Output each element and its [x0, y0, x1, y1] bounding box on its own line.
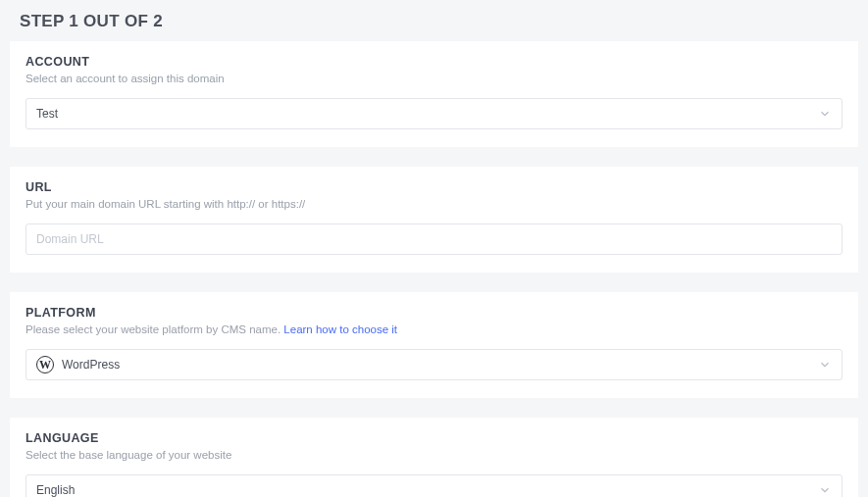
platform-card: PLATFORM Please select your website plat…: [10, 292, 858, 398]
language-select[interactable]: English: [26, 474, 842, 497]
platform-select[interactable]: W WordPress: [26, 349, 842, 380]
chevron-down-icon: [818, 483, 832, 497]
url-label: URL: [26, 180, 842, 194]
url-card: URL Put your main domain URL starting wi…: [10, 167, 858, 273]
platform-hint-text: Please select your website platform by C…: [26, 323, 283, 335]
account-hint: Select an account to assign this domain: [26, 73, 842, 84]
language-hint: Select the base language of your website: [26, 449, 842, 461]
platform-select-value: WordPress: [62, 358, 120, 372]
account-select[interactable]: Test: [26, 98, 842, 129]
language-select-value: English: [36, 483, 818, 497]
url-input[interactable]: [26, 224, 842, 255]
url-hint: Put your main domain URL starting with h…: [26, 198, 842, 210]
platform-hint-link[interactable]: Learn how to choose it: [283, 323, 397, 335]
language-label: LANGUAGE: [26, 431, 842, 445]
account-select-value: Test: [36, 107, 818, 121]
account-card: ACCOUNT Select an account to assign this…: [10, 41, 858, 147]
platform-label: PLATFORM: [26, 306, 842, 320]
platform-hint: Please select your website platform by C…: [26, 323, 842, 335]
chevron-down-icon: [818, 107, 832, 121]
account-label: ACCOUNT: [26, 55, 842, 69]
chevron-down-icon: [818, 358, 832, 372]
page-title: STEP 1 OUT OF 2: [0, 0, 868, 41]
language-card: LANGUAGE Select the base language of you…: [10, 418, 858, 497]
wordpress-icon: W: [36, 356, 54, 373]
